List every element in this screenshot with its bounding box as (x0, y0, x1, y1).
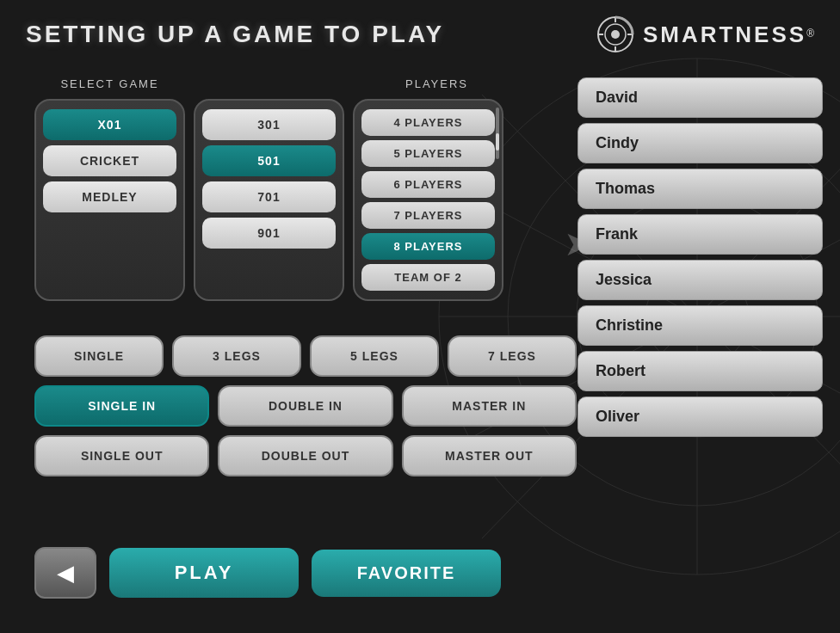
game-cricket-button[interactable]: CRICKET (43, 145, 176, 176)
double-out-button[interactable]: DOUBLE OUT (218, 435, 392, 476)
logo-text: SMARTNESS® (643, 22, 814, 48)
logo: SMARTNESS® (596, 15, 814, 53)
svg-point-18 (611, 30, 620, 39)
score-panel: 301 501 701 901 (194, 99, 344, 301)
logo-icon (596, 15, 634, 53)
players-label: PLAYERS (361, 77, 512, 90)
score-701-button[interactable]: 701 (202, 181, 336, 212)
player-item-jessica[interactable]: Jessica (578, 260, 823, 300)
players-4-button[interactable]: 4 PLAYERS (361, 109, 495, 136)
player-item-david[interactable]: David (578, 77, 823, 118)
back-icon: ◀ (57, 560, 74, 587)
play-button[interactable]: PLAY (109, 548, 299, 598)
bottom-area: ◀ PLAY FAVORITE (34, 547, 823, 599)
game-medley-button[interactable]: MEDLEY (43, 181, 176, 212)
single-out-button[interactable]: SINGLE OUT (34, 435, 209, 476)
master-out-button[interactable]: MASTER OUT (402, 435, 577, 476)
page-title: SETTING UP A GAME TO PLAY (26, 21, 444, 48)
player-item-frank[interactable]: Frank (578, 214, 823, 255)
favorite-button[interactable]: FAVORITE (312, 550, 501, 597)
5legs-button[interactable]: 5 LEGS (310, 335, 439, 377)
legs-row: SINGLE 3 LEGS 5 LEGS 7 LEGS (34, 335, 577, 377)
players-7-button[interactable]: 7 PLAYERS (361, 202, 495, 229)
game-type-panel: X01 CRICKET MEDLEY (34, 99, 185, 301)
player-item-robert[interactable]: Robert (578, 351, 823, 391)
7legs-button[interactable]: 7 LEGS (448, 335, 577, 377)
players-6-button[interactable]: 6 PLAYERS (361, 171, 495, 198)
out-row: SINGLE OUT DOUBLE OUT MASTER OUT (34, 435, 577, 476)
in-row: SINGLE IN DOUBLE IN MASTER IN (34, 385, 577, 427)
options-area: SINGLE 3 LEGS 5 LEGS 7 LEGS SINGLE IN DO… (34, 335, 577, 476)
player-item-christine[interactable]: Christine (578, 305, 823, 346)
player-item-cindy[interactable]: Cindy (578, 123, 823, 163)
3legs-button[interactable]: 3 LEGS (172, 335, 301, 377)
player-item-thomas[interactable]: Thomas (578, 169, 823, 209)
single-button[interactable]: SINGLE (34, 335, 164, 377)
game-x01-button[interactable]: X01 (43, 109, 176, 140)
players-list: David Cindy Thomas Frank Jessica Christi… (578, 77, 823, 437)
player-item-oliver[interactable]: Oliver (578, 396, 823, 437)
master-in-button[interactable]: MASTER IN (402, 385, 577, 427)
single-in-button[interactable]: SINGLE IN (34, 385, 209, 427)
players-team2-button[interactable]: TEAM OF 2 (361, 264, 495, 291)
score-901-button[interactable]: 901 (202, 218, 336, 249)
select-game-label: SELECT GAME (34, 77, 185, 90)
score-501-button[interactable]: 501 (202, 145, 336, 176)
double-in-button[interactable]: DOUBLE IN (218, 385, 392, 427)
players-count-panel: 4 PLAYERS 5 PLAYERS 6 PLAYERS 7 PLAYERS … (353, 99, 503, 301)
score-301-button[interactable]: 301 (202, 109, 336, 140)
players-5-button[interactable]: 5 PLAYERS (361, 140, 495, 167)
back-button[interactable]: ◀ (34, 547, 96, 599)
players-8-button[interactable]: 8 PLAYERS (361, 233, 495, 260)
